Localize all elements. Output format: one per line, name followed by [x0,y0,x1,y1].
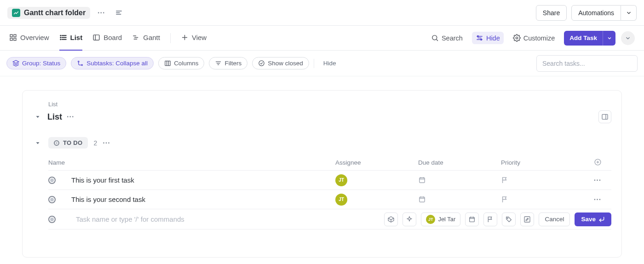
search-label: Search [442,34,463,42]
due-date-cell[interactable] [418,176,501,184]
svg-marker-28 [13,60,19,63]
tab-overview-label: Overview [20,34,49,41]
tab-list[interactable]: List [59,26,83,51]
group-chip-label: Group: Status [22,60,60,67]
col-due[interactable]: Due date [418,159,501,166]
svg-marker-38 [36,116,40,118]
tab-gantt[interactable]: Gantt [132,26,160,51]
more-menu-button[interactable] [621,31,635,45]
svg-rect-3 [10,34,12,37]
task-name: This is your first task [71,176,134,184]
svg-point-58 [507,218,508,218]
subtasks-chip[interactable]: Subtasks: Collapse all [71,57,154,69]
show-closed-label: Show closed [268,60,303,67]
hide-chip-label: Hide [323,60,336,67]
assignee-avatar[interactable]: JT [335,194,347,206]
add-column-button[interactable] [594,158,602,167]
search-tasks-input[interactable] [536,55,638,72]
filter-divider [314,59,314,68]
breadcrumb: List [48,101,611,108]
customize-button[interactable]: Customize [509,32,559,44]
tab-list-label: List [70,34,83,41]
svg-line-21 [437,40,438,41]
due-date-cell[interactable] [418,195,501,203]
cancel-button[interactable]: Cancel [539,212,570,226]
tag-button[interactable] [502,212,516,226]
status-label: TO DO [63,139,82,146]
col-priority[interactable]: Priority [501,159,584,166]
priority-button[interactable] [483,212,497,226]
svg-rect-6 [14,38,16,40]
new-task-row: JT Jel Tar Cancel Save [48,209,611,230]
priority-cell[interactable] [501,195,584,203]
group-chip[interactable]: Group: Status [6,57,66,69]
automations-caret[interactable] [621,5,637,21]
panel-toggle-button[interactable] [598,110,611,123]
tab-gantt-label: Gantt [143,34,160,41]
filters-chip[interactable]: Filters [209,57,247,69]
ai-button[interactable] [402,212,416,226]
svg-point-20 [432,35,437,40]
list-more-icon[interactable]: ··· [67,113,74,121]
table-row[interactable]: This is your first task JT ··· [48,171,611,190]
svg-rect-54 [470,217,475,222]
svg-point-37 [259,61,264,66]
save-button[interactable]: Save [575,212,611,226]
status-more-icon[interactable]: ··· [103,139,110,147]
add-task-button[interactable]: Add Task [564,31,603,46]
subtasks-chip-label: Subtasks: Collapse all [86,60,148,67]
automations-button[interactable]: Automations [571,5,621,21]
svg-rect-49 [420,197,425,202]
search-button[interactable]: Search [427,32,466,44]
folder-title: Gantt chart folder [24,9,86,17]
add-view-label: View [192,34,207,41]
row-more-icon[interactable]: ··· [594,195,601,204]
col-assignee[interactable]: Assignee [335,159,418,166]
tab-overview[interactable]: Overview [9,26,49,51]
save-label: Save [581,216,596,223]
folder-chip[interactable]: Gantt chart folder [7,7,90,19]
status-circle-icon[interactable] [48,196,56,203]
share-button[interactable]: Share [536,5,567,21]
list-title: List [47,112,62,122]
priority-cell[interactable] [501,176,584,184]
hide-button[interactable]: Hide [472,32,504,44]
svg-rect-4 [14,34,16,37]
tab-board[interactable]: Board [92,26,122,51]
list-collapse-caret[interactable] [33,112,43,122]
tab-divider [170,33,171,43]
status-chip[interactable]: TO DO [48,137,88,149]
svg-rect-5 [10,38,12,40]
collapse-sidebar-icon[interactable] [112,6,125,19]
filters-chip-label: Filters [224,60,242,67]
add-view-button[interactable]: View [181,26,207,51]
svg-rect-59 [524,217,530,222]
add-task-caret[interactable] [603,31,615,46]
columns-chip-label: Columns [174,60,198,67]
status-collapse-caret[interactable] [33,138,43,148]
tab-board-label: Board [104,34,122,41]
col-name[interactable]: Name [48,159,335,166]
task-type-button[interactable] [384,212,398,226]
svg-rect-39 [602,115,608,120]
hide-chip[interactable]: Hide [319,57,341,69]
columns-chip[interactable]: Columns [158,57,204,69]
status-circle-icon[interactable] [48,177,56,184]
svg-point-25 [477,36,478,37]
svg-point-12 [60,39,61,40]
assignee-name: Jel Tar [438,216,455,223]
due-date-button[interactable] [465,212,479,226]
edit-button[interactable] [520,212,534,226]
assignee-pill[interactable]: JT Jel Tar [421,212,460,226]
row-more-icon[interactable]: ··· [594,176,601,184]
svg-point-26 [481,39,482,40]
new-task-input[interactable] [76,215,380,223]
status-circle-icon[interactable] [48,216,56,223]
table-row[interactable]: This is your second task JT ··· [48,190,611,209]
show-closed-chip[interactable]: Show closed [252,57,309,69]
chart-icon [12,9,20,17]
folder-more-icon[interactable]: ··· [95,6,108,19]
svg-point-11 [60,37,61,38]
assignee-avatar[interactable]: JT [335,174,347,186]
svg-marker-41 [36,142,40,144]
